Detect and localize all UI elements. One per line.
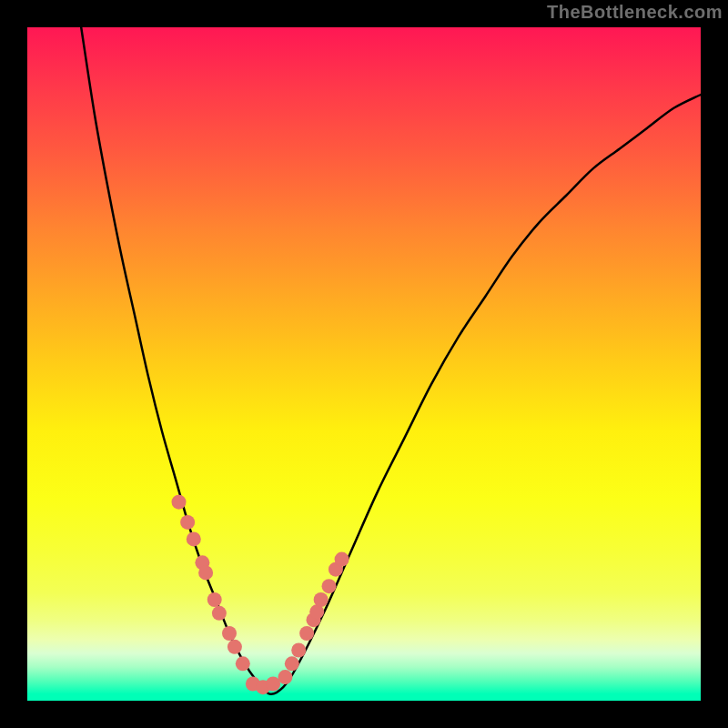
dot-dots-right	[291, 643, 306, 658]
attribution-label: TheBottleneck.com	[547, 2, 723, 23]
chart-overlay	[0, 27, 728, 701]
dot-dots-left	[198, 565, 213, 580]
dot-dots-left	[212, 606, 227, 621]
dot-dots-left	[187, 531, 201, 546]
dot-dots-left	[222, 626, 237, 641]
dot-dots-right	[335, 552, 349, 567]
dot-dots-left	[228, 640, 242, 654]
dot-dots-left	[236, 656, 250, 671]
dot-dots-right	[278, 670, 292, 684]
dot-dots-left	[172, 495, 187, 510]
dot-dots-right	[322, 579, 337, 593]
dot-dots-right	[285, 656, 299, 671]
curve-curve	[81, 27, 701, 694]
chart-curves	[81, 27, 701, 694]
dot-dots-left	[207, 592, 222, 607]
chart-dots	[172, 495, 349, 695]
dot-dots-right	[299, 626, 314, 641]
dot-dots-right	[314, 592, 329, 607]
dot-dots-left	[180, 515, 195, 530]
